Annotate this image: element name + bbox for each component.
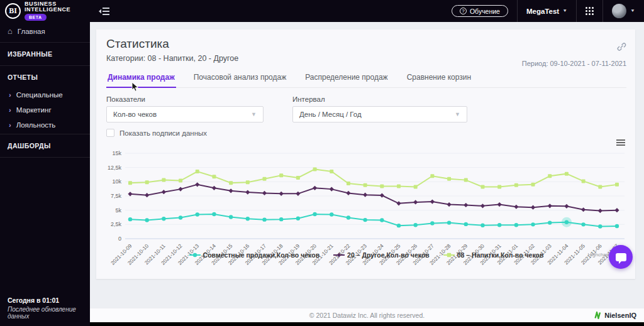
sidebar: BI BUSINESS INTELLIGENCE BETA ⌂ Главная … xyxy=(0,0,90,326)
copyright-text: © 2021 Datawiz Inc. All rights reserved. xyxy=(90,312,644,319)
app-window: BI BUSINESS INTELLIGENCE BETA ⌂ Главная … xyxy=(0,0,644,326)
legend-marker-icon xyxy=(333,252,345,258)
legend-item[interactable]: Совместные продажи,Кол-во чеков xyxy=(189,251,319,259)
last-update-caption: Последнее обновление данных xyxy=(8,306,86,320)
bottom-strip xyxy=(90,322,644,326)
topbar: ? Обучение MegaTest ▼ xyxy=(90,0,644,22)
brand-logo[interactable]: BI BUSINESS INTELLIGENCE BETA xyxy=(0,0,90,22)
chart-menu-icon[interactable] xyxy=(616,138,625,147)
legend-label: 20 – Другое,Кол-во чеков xyxy=(347,251,430,259)
svg-text:5k: 5k xyxy=(115,207,121,214)
chat-bubble-icon xyxy=(616,253,626,261)
sidebar-item-label: Маркетинг xyxy=(16,106,52,114)
footer: © 2021 Datawiz Inc. All rights reserved.… xyxy=(90,308,644,322)
main-area: ? Обучение MegaTest ▼ xyxy=(90,0,644,326)
svg-text:12,5k: 12,5k xyxy=(108,165,122,171)
tab-hourly-analysis[interactable]: Почасовой анализ продаж xyxy=(192,69,288,87)
interval-value: День / Месяц / Год xyxy=(299,111,362,118)
nielseniq-wordmark: NielsenIQ xyxy=(604,312,636,319)
legend-item[interactable]: 20 – Другое,Кол-во чеков xyxy=(333,251,430,259)
brand-name: BUSINESS INTELLIGENCE BETA xyxy=(25,1,70,21)
chevron-down-icon: ▼ xyxy=(251,111,257,117)
training-button[interactable]: ? Обучение xyxy=(452,5,508,17)
chat-support-button[interactable] xyxy=(609,245,633,269)
show-data-labels-label: Показать подписи данных xyxy=(119,129,207,137)
chart-legend: Совместные продажи,Кол-во чеков20 – Друг… xyxy=(106,251,626,259)
chevron-down-icon: ▼ xyxy=(562,9,567,13)
legend-marker-icon xyxy=(189,252,201,258)
show-data-labels-checkbox[interactable] xyxy=(106,129,114,137)
sidebar-item-marketing[interactable]: › Маркетинг xyxy=(0,102,90,117)
question-icon: ? xyxy=(460,8,467,14)
last-update-time: Сегодня в 01:01 xyxy=(8,296,86,304)
tab-basket-comparison[interactable]: Сравнение корзин xyxy=(406,69,472,87)
sidebar-item-label: Специальные xyxy=(16,91,63,99)
indicators-value: Кол-во чеков xyxy=(113,111,157,118)
legend-label: 08 – Напитки,Кол-во чеков xyxy=(457,251,544,259)
nielseniq-mark-icon xyxy=(594,312,602,319)
legend-item[interactable]: 08 – Напитки,Кол-во чеков xyxy=(443,251,544,259)
divider xyxy=(0,134,90,134)
svg-text:0: 0 xyxy=(118,236,121,242)
legend-label: Совместные продажи,Кол-во чеков xyxy=(203,251,319,259)
svg-text:15k: 15k xyxy=(112,150,121,156)
brand-line2: INTELLIGENCE xyxy=(25,7,70,13)
content: Статистика Категории: 08 - Напитки, 20 -… xyxy=(90,22,644,308)
chevron-down-icon: ▼ xyxy=(455,111,460,117)
interval-label: Интервал xyxy=(292,95,467,103)
divider xyxy=(0,65,90,66)
indicators-label: Показатели xyxy=(106,95,264,103)
legend-marker-icon xyxy=(443,252,455,258)
divider xyxy=(0,42,90,43)
tab-bar: Динамика продаж Почасовой анализ продаж … xyxy=(106,69,626,88)
workspace-name: MegaTest xyxy=(526,8,559,15)
share-link-icon[interactable] xyxy=(617,42,626,54)
last-update-info: Сегодня в 01:01 Последнее обновление дан… xyxy=(8,296,86,320)
tab-sales-distribution[interactable]: Распределение продаж xyxy=(304,69,389,87)
sidebar-home-label: Главная xyxy=(18,28,45,35)
bi-logo-icon: BI xyxy=(5,3,21,19)
indicators-select[interactable]: Кол-во чеков ▼ xyxy=(106,106,264,122)
interval-select[interactable]: День / Месяц / Год ▼ xyxy=(292,106,467,122)
apps-grid-icon[interactable] xyxy=(586,7,594,15)
statistics-card: Статистика Категории: 08 - Напитки, 20 -… xyxy=(96,30,635,279)
chevron-right-icon: › xyxy=(9,106,11,114)
sidebar-item-label: Лояльность xyxy=(16,121,56,129)
nielseniq-logo: NielsenIQ xyxy=(594,312,636,319)
divider xyxy=(0,157,90,158)
chevron-right-icon: › xyxy=(9,91,11,99)
filters: Показатели Кол-во чеков ▼ Интервал День … xyxy=(106,95,626,122)
sidebar-collapse-icon[interactable] xyxy=(99,7,110,16)
tab-sales-dynamics[interactable]: Динамика продаж xyxy=(106,69,176,88)
sidebar-section-reports[interactable]: ОТЧЕТЫ xyxy=(0,67,90,87)
sidebar-item-loyalty[interactable]: › Лояльность xyxy=(0,117,90,133)
svg-text:10k: 10k xyxy=(112,178,121,185)
user-avatar[interactable] xyxy=(612,4,626,18)
svg-text:7,5k: 7,5k xyxy=(111,193,122,199)
sidebar-item-special[interactable]: › Специальные xyxy=(0,87,90,102)
sidebar-section-dashboards[interactable]: ДАШБОРДЫ xyxy=(0,136,90,156)
period-label: Период: 09-10-2021 - 07-11-2021 xyxy=(522,60,626,67)
beta-badge: BETA xyxy=(25,14,47,21)
svg-text:2,5k: 2,5k xyxy=(111,221,122,227)
home-icon: ⌂ xyxy=(8,28,13,35)
workspace-selector[interactable]: MegaTest ▼ xyxy=(526,8,567,15)
training-label: Обучение xyxy=(470,8,500,15)
sidebar-section-favorites[interactable]: ИЗБРАННЫЕ xyxy=(0,44,90,64)
chevron-right-icon: › xyxy=(9,121,11,129)
sales-dynamics-chart: 02,5k5k7,5k10k12,5k15k2021-10-092021-10-… xyxy=(106,141,626,259)
chevron-down-icon[interactable]: ▼ xyxy=(630,9,635,13)
sidebar-item-home[interactable]: ⌂ Главная xyxy=(0,22,90,41)
page-title: Статистика xyxy=(106,37,626,51)
